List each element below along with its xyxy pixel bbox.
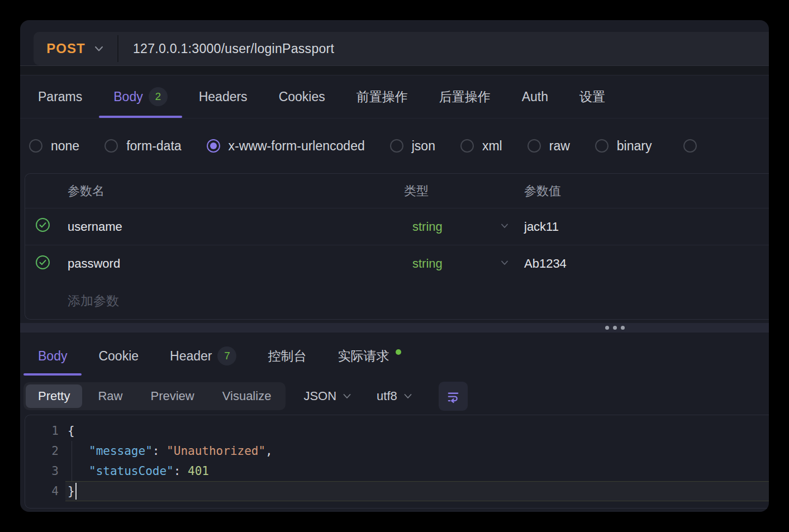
res-tab-header-label: Header [170, 349, 212, 364]
tab-params-label: Params [38, 89, 82, 104]
request-url-bar: POST 127.0.0.1:3000/user/loginPassport [34, 32, 769, 65]
res-tab-cookie-label: Cookie [98, 349, 139, 364]
param-name-cell[interactable]: username [25, 217, 404, 236]
code-token: : [153, 444, 167, 458]
view-mode-raw[interactable]: Raw [85, 384, 135, 408]
encoding-select-value: utf8 [377, 389, 397, 403]
res-tab-header[interactable]: Header7 [170, 336, 236, 376]
param-name: password [68, 256, 120, 271]
code-token: } [68, 484, 75, 498]
tab-pre-operations-label: 前置操作 [357, 88, 408, 106]
enabled-check-icon[interactable] [35, 255, 50, 273]
body-type-json-label: json [412, 139, 435, 154]
chevron-down-icon [403, 391, 413, 401]
view-mode-pretty[interactable]: Pretty [26, 384, 82, 408]
code-line: 3"statusCode": 401 [25, 461, 769, 481]
app-window: POST 127.0.0.1:3000/user/loginPassport P… [20, 20, 769, 512]
tab-headers-label: Headers [199, 89, 248, 104]
params-table-header: 参数名 类型 参数值 [25, 174, 769, 208]
radio-icon [29, 139, 42, 153]
res-tab-body-label: Body [38, 349, 67, 364]
column-header-value: 参数值 [524, 183, 769, 200]
url-input[interactable]: 127.0.0.1:3000/user/loginPassport [118, 32, 769, 65]
radio-icon [460, 139, 474, 153]
body-type-form-data[interactable]: form-data [104, 139, 181, 154]
body-type-xml-label: xml [482, 139, 502, 154]
param-value[interactable]: Ab1234 [524, 256, 769, 271]
code-token: "Unauthorized" [167, 444, 265, 458]
body-type-binary[interactable]: binary [595, 139, 652, 154]
enabled-check-icon[interactable] [35, 217, 50, 236]
tab-params[interactable]: Params [38, 75, 82, 118]
text-cursor [75, 483, 77, 500]
method-select[interactable]: POST [34, 32, 117, 65]
radio-icon [595, 139, 609, 153]
chevron-down-icon [500, 256, 510, 271]
format-select-value: JSON [303, 389, 336, 403]
code-token: { [68, 424, 75, 438]
res-tab-body[interactable]: Body [38, 336, 67, 376]
code-line: 4} [25, 481, 769, 501]
column-header-param-name: 参数名 [25, 183, 404, 200]
body-type-overflow-option[interactable] [683, 139, 697, 153]
radio-icon [527, 139, 541, 153]
res-tab-cookie[interactable]: Cookie [98, 336, 139, 376]
code-content: } [68, 483, 77, 500]
tab-settings[interactable]: 设置 [579, 75, 605, 118]
body-type-none[interactable]: none [29, 139, 79, 154]
tab-body-badge: 2 [149, 87, 168, 106]
code-content: "message": "Unauthorized", [68, 444, 273, 458]
body-type-none-label: none [51, 139, 79, 154]
response-toolbar: PrettyRawPreviewVisualize JSON utf8 [20, 382, 769, 410]
res-tab-console[interactable]: 控制台 [268, 336, 306, 376]
line-number: 2 [25, 444, 59, 458]
code-token: 401 [188, 464, 209, 478]
tab-cookies[interactable]: Cookies [279, 75, 325, 118]
request-tab-bar: ParamsBody2HeadersCookies前置操作后置操作Auth设置 [20, 75, 769, 118]
line-number: 4 [25, 484, 59, 498]
table-row[interactable]: usernamestringjack11 [25, 208, 769, 245]
code-token: , [265, 444, 273, 458]
param-name-cell[interactable]: password [25, 255, 404, 273]
encoding-select[interactable]: utf8 [377, 389, 413, 403]
table-row[interactable]: passwordstringAb1234 [25, 245, 769, 282]
code-line: 2"message": "Unauthorized", [25, 441, 769, 461]
param-type-select[interactable]: string [404, 220, 524, 234]
format-select[interactable]: JSON [303, 389, 352, 403]
column-header-type: 类型 [404, 183, 524, 200]
add-param-row[interactable]: 添加参数 [25, 282, 769, 319]
line-number: 1 [25, 424, 59, 438]
code-token: "message" [89, 444, 153, 458]
view-mode-preview[interactable]: Preview [138, 384, 206, 408]
tab-auth[interactable]: Auth [522, 75, 548, 118]
tab-pre-operations[interactable]: 前置操作 [357, 75, 408, 118]
response-tab-bar: BodyCookieHeader7控制台实际请求 [20, 336, 769, 376]
chevron-down-icon [500, 220, 510, 234]
code-token: "statusCode" [89, 464, 174, 478]
body-type-json[interactable]: json [390, 139, 435, 154]
body-type-raw[interactable]: raw [527, 139, 570, 154]
param-value[interactable]: jack11 [524, 220, 769, 234]
word-wrap-button[interactable] [439, 382, 468, 411]
response-body-editor[interactable]: 1{2"message": "Unauthorized",3"statusCod… [25, 415, 769, 509]
tab-headers[interactable]: Headers [199, 75, 248, 118]
body-type-binary-label: binary [617, 139, 652, 154]
status-dot-icon [396, 349, 401, 355]
add-param-label[interactable]: 添加参数 [25, 283, 769, 319]
param-name: username [68, 220, 122, 234]
panel-splitter[interactable] [20, 323, 769, 332]
radio-icon [683, 139, 697, 153]
line-number: 3 [25, 464, 59, 478]
param-type: string [412, 256, 443, 271]
view-mode-visualize[interactable]: Visualize [210, 384, 284, 408]
body-type-x-www-form-urlencoded[interactable]: x-www-form-urlencoded [207, 139, 365, 154]
view-mode-segmented-control: PrettyRawPreviewVisualize [23, 382, 286, 410]
tab-body[interactable]: Body2 [113, 75, 167, 118]
param-type-select[interactable]: string [404, 256, 524, 271]
body-type-xml[interactable]: xml [460, 139, 502, 154]
tab-post-operations[interactable]: 后置操作 [439, 75, 491, 118]
url-bar-underline [20, 65, 769, 75]
code-token: : [174, 464, 188, 478]
res-tab-actual-request[interactable]: 实际请求 [338, 336, 401, 376]
splitter-drag-handle-icon[interactable] [605, 326, 625, 330]
